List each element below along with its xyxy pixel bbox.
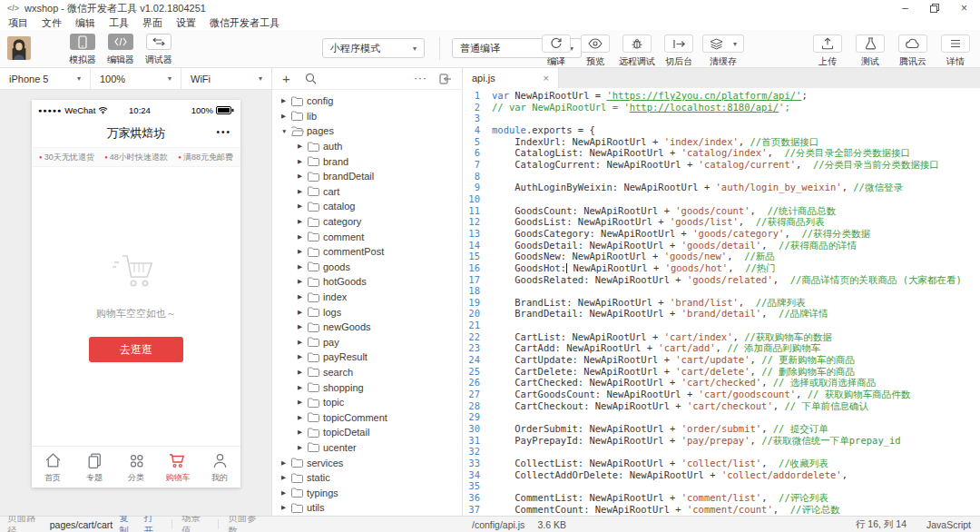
network-select[interactable]: WiFi ▾ <box>181 68 271 89</box>
menu-编辑[interactable]: 编辑 <box>75 16 95 30</box>
cursor-position[interactable]: 行 16, 列 14 <box>856 518 906 531</box>
menu-项目[interactable]: 项目 <box>8 16 28 30</box>
code-line[interactable]: 32 <box>463 446 980 458</box>
code-line[interactable]: 9 AuthLoginByWeixin: NewApiRootUrl + 'au… <box>463 182 980 193</box>
tree-item-cart[interactable]: ▶cart <box>272 184 462 200</box>
tree-item-brand[interactable]: ▶brand <box>272 153 462 169</box>
tree-item-index[interactable]: ▶index <box>272 290 462 305</box>
collapse-panel-icon[interactable] <box>439 74 452 84</box>
tree-item-category[interactable]: ▶category <box>272 214 462 230</box>
more-options-icon[interactable]: ··· <box>414 76 427 81</box>
tree-item-pages[interactable]: ▼pages <box>272 123 462 139</box>
tree-item-brandDetail[interactable]: ▶brandDetail <box>272 169 462 184</box>
search-icon[interactable] <box>305 73 317 84</box>
new-file-button[interactable]: + <box>282 72 290 85</box>
tree-item-comment[interactable]: ▶comment <box>272 229 462 244</box>
code-line[interactable]: 24 CartUpdate: NewApiRootUrl + 'cart/upd… <box>463 354 980 366</box>
code-line[interactable]: 7 CatalogCurrent: NewApiRootUrl + 'catal… <box>463 159 980 171</box>
tree-item-hotGoods[interactable]: ▶hotGoods <box>272 274 462 290</box>
tab-api-js[interactable]: api.js × <box>463 68 559 88</box>
menu-dots-icon[interactable]: ••• <box>216 127 231 137</box>
code-line[interactable]: 23 CartAdd: NewApiRootUrl + 'cart/add', … <box>463 342 980 354</box>
phone-tab-分类[interactable]: 分类 <box>115 447 157 488</box>
编译-button[interactable]: 编译 <box>541 34 572 68</box>
tree-item-search[interactable]: ▶search <box>272 365 462 380</box>
测试-button[interactable]: 测试 <box>855 34 886 68</box>
清缓存-button[interactable]: ▾清缓存 <box>702 34 744 68</box>
上传-button[interactable]: 上传 <box>812 34 843 68</box>
code-line[interactable]: 36 CommentList: NewApiRootUrl + 'comment… <box>463 492 980 504</box>
code-line[interactable]: 29 <box>463 411 980 423</box>
close-tab-icon[interactable]: × <box>544 73 549 84</box>
code-line[interactable]: 3 <box>463 113 980 124</box>
code-line[interactable]: 31 PayPrepayId: NewApiRootUrl + 'pay/pre… <box>463 435 980 447</box>
code-line[interactable]: 14 GoodsDetail: NewApiRootUrl + 'goods/d… <box>463 240 980 251</box>
code-line[interactable]: 30 OrderSubmit: NewApiRootUrl + 'order/s… <box>463 423 980 435</box>
code-line[interactable]: 5 IndexUrl: NewApiRootUrl + 'index/index… <box>463 136 980 148</box>
tree-item-topicComment[interactable]: ▶topicComment <box>272 409 462 425</box>
tree-item-catalog[interactable]: ▶catalog <box>272 199 462 214</box>
tree-item-payResult[interactable]: ▶payResult <box>272 350 462 365</box>
code-line[interactable]: 22 CartList: NewApiRootUrl + 'cart/index… <box>463 331 980 343</box>
code-line[interactable]: 6 CatalogList: NewApiRootUrl + 'catalog/… <box>463 147 980 159</box>
code-editor[interactable]: 1var NewApiRootUrl = 'https://fly2you.cn… <box>463 88 980 516</box>
tree-item-topicDetail[interactable]: ▶topicDetail <box>272 425 462 440</box>
phone-tab-专题[interactable]: 专题 <box>74 447 115 488</box>
code-line[interactable]: 1var NewApiRootUrl = 'https://fly2you.cn… <box>463 90 980 102</box>
tree-item-static[interactable]: ▶static <box>272 470 462 486</box>
tree-item-ucenter[interactable]: ▶ucenter <box>272 440 462 456</box>
view-toggle-调试器[interactable]: 调试器 <box>140 34 178 66</box>
menu-微信开发者工具[interactable]: 微信开发者工具 <box>210 16 279 30</box>
切后台-button[interactable]: 切后台 <box>663 34 694 68</box>
close-button[interactable]: × <box>961 3 967 14</box>
code-line[interactable]: 15 GoodsNew: NewApiRootUrl + 'goods/new'… <box>463 251 980 262</box>
code-line[interactable]: 2// var NewApiRootUrl = 'http://localhos… <box>463 102 980 113</box>
tree-item-topic[interactable]: ▶topic <box>272 395 462 410</box>
go-shopping-button[interactable]: 去逛逛 <box>89 337 183 362</box>
phone-tab-我的[interactable]: 我的 <box>199 447 240 488</box>
tree-item-commentPost[interactable]: ▶commentPost <box>272 244 462 260</box>
menu-设置[interactable]: 设置 <box>176 16 196 30</box>
user-avatar[interactable] <box>7 36 31 60</box>
code-line[interactable]: 11 GoodsCount: NewApiRootUrl + 'goods/co… <box>463 205 980 217</box>
腾讯云-button[interactable]: 腾讯云 <box>897 34 928 68</box>
code-line[interactable]: 25 CartDelete: NewApiRootUrl + 'cart/del… <box>463 366 980 378</box>
code-line[interactable]: 8 <box>463 171 980 182</box>
详情-button[interactable]: 详情 <box>940 34 971 68</box>
menu-工具[interactable]: 工具 <box>109 16 129 30</box>
code-line[interactable]: 35 <box>463 480 980 492</box>
phone-tab-购物车[interactable]: 购物车 <box>157 447 199 488</box>
远程调试-button[interactable]: 远程调试 <box>619 34 655 68</box>
view-toggle-模拟器[interactable]: 模拟器 <box>64 34 102 66</box>
code-line[interactable]: 28 CartCheckout: NewApiRootUrl + 'cart/c… <box>463 400 980 412</box>
device-select[interactable]: iPhone 5 ▾ <box>0 68 91 89</box>
minimize-button[interactable]: – <box>902 3 908 14</box>
code-line[interactable]: 17 GoodsRelated: NewApiRootUrl + 'goods/… <box>463 274 980 286</box>
code-line[interactable]: 20 BrandDetail: NewApiRootUrl + 'brand/d… <box>463 308 980 320</box>
language-mode[interactable]: JavaScript <box>926 519 971 530</box>
mode-select[interactable]: 小程序模式 ▾ <box>322 38 425 58</box>
tree-item-logs[interactable]: ▶logs <box>272 304 462 320</box>
code-line[interactable]: 16 GoodsHot: NewApiRootUrl + 'goods/hot'… <box>463 262 980 274</box>
tree-item-lib[interactable]: ▶lib <box>272 109 462 124</box>
tree-item-pay[interactable]: ▶pay <box>272 335 462 350</box>
menu-文件[interactable]: 文件 <box>42 16 62 30</box>
code-line[interactable]: 34 CollectAddOrDelete: NewApiRootUrl + '… <box>463 469 980 481</box>
tree-item-typings[interactable]: ▶typings <box>272 485 462 500</box>
code-line[interactable]: 4module.exports = { <box>463 124 980 136</box>
code-line[interactable]: 27 CartGoodsCount: NewApiRootUrl + 'cart… <box>463 389 980 400</box>
zoom-select[interactable]: 100% ▾ <box>91 68 181 89</box>
预览-button[interactable]: 预览 <box>580 34 611 68</box>
menu-界面[interactable]: 界面 <box>142 16 162 30</box>
code-line[interactable]: 21 <box>463 320 980 331</box>
code-line[interactable]: 13 GoodsCategory: NewApiRootUrl + 'goods… <box>463 228 980 240</box>
tree-item-auth[interactable]: ▶auth <box>272 139 462 154</box>
code-line[interactable]: 26 CartChecked: NewApiRootUrl + 'cart/ch… <box>463 377 980 389</box>
tree-item-goods[interactable]: ▶goods <box>272 260 462 275</box>
code-line[interactable]: 19 BrandList: NewApiRootUrl + 'brand/lis… <box>463 297 980 309</box>
view-toggle-编辑器[interactable]: 编辑器 <box>102 34 140 66</box>
restore-button[interactable] <box>930 4 939 13</box>
tree-item-services[interactable]: ▶services <box>272 455 462 470</box>
phone-tab-首页[interactable]: 首页 <box>32 447 74 488</box>
tree-item-shopping[interactable]: ▶shopping <box>272 379 462 395</box>
